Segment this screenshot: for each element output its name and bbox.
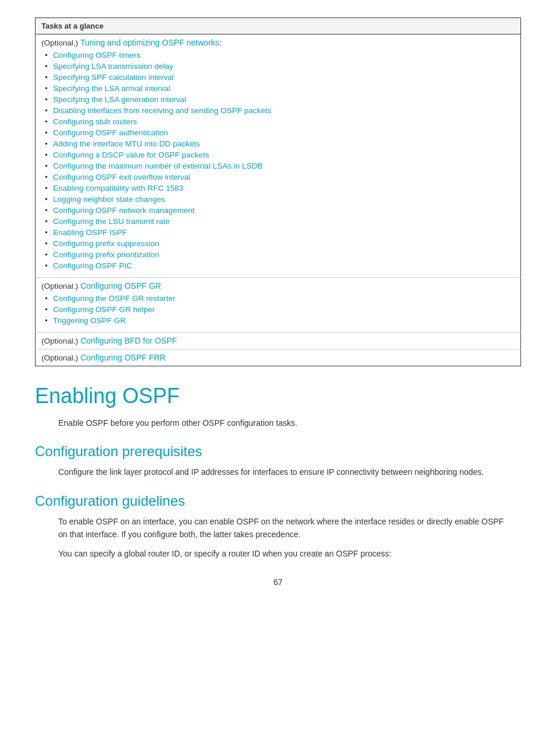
list-item: Specifying the LSA generation interval (41, 94, 515, 105)
config-prerequisites-title: Configuration prerequisites (35, 443, 521, 460)
optional-link-1[interactable]: Tuning and optimizing OSPF networks (80, 38, 219, 47)
task-link[interactable]: Configuring a DSCP value for OSPF packet… (53, 150, 209, 159)
list-item: Configuring the OSPF GR restarter (41, 293, 515, 304)
task-link[interactable]: Specifying the LSA arrival interval (53, 84, 170, 93)
tasks-table: Tasks at a glance (Optional.) Tuning and… (35, 18, 521, 366)
config-guidelines-title: Configuration guidelines (35, 493, 521, 509)
task-link[interactable]: Specifying the LSA generation interval (53, 95, 186, 104)
list-item: Configuring OSPF PIC (41, 260, 515, 271)
task-link[interactable]: Disabling interfaces from receiving and … (53, 106, 271, 115)
page-number: 67 (35, 578, 521, 587)
list-item: Specifying SPF calculation interval (41, 72, 515, 83)
task-list-2: Configuring the OSPF GR restarter Config… (41, 290, 515, 328)
list-item: Adding the interface MTU into DD packets (41, 138, 515, 149)
enabling-ospf-intro: Enable OSPF before you perform other OSP… (58, 416, 509, 429)
task-link[interactable]: Triggering OSPF GR (53, 316, 126, 325)
optional-link-4[interactable]: Configuring OSPF FRR (80, 353, 166, 362)
task-link[interactable]: Enabling compatibility with RFC 1583 (53, 184, 184, 192)
config-prerequisites-body: Configure the link layer protocol and IP… (58, 466, 509, 478)
task-link[interactable]: Specifying LSA transmission delay (53, 62, 173, 71)
task-link[interactable]: Specifying SPF calculation interval (53, 73, 174, 82)
list-item: Configuring OSPF exit overflow interval (41, 172, 515, 183)
list-item: Enabling OSPF ISPF (41, 227, 515, 238)
task-link[interactable]: Configuring the LSU transmit rate (53, 217, 170, 226)
task-link[interactable]: Configuring OSPF timers (53, 51, 140, 60)
task-link[interactable]: Configuring OSPF exit overflow interval (53, 173, 191, 181)
list-item: Configuring OSPF GR helper (41, 304, 515, 315)
config-guidelines-body2: You can specify a global router ID, or s… (58, 547, 509, 560)
task-link[interactable]: Configuring OSPF network management (53, 206, 195, 215)
task-link[interactable]: Configuring OSPF GR helper (53, 305, 155, 314)
optional-suffix-1: : (219, 38, 221, 47)
list-item: Configuring OSPF network management (41, 205, 515, 216)
list-item: Configuring the LSU transmit rate (41, 216, 515, 227)
task-link[interactable]: Configuring the maximum number of extern… (53, 162, 262, 170)
optional-prefix-3: (Optional.) (41, 337, 78, 345)
list-item: Disabling interfaces from receiving and … (41, 105, 515, 116)
task-link[interactable]: Configuring prefix suppression (53, 239, 159, 248)
config-guidelines-body1: To enable OSPF on an interface, you can … (58, 515, 509, 541)
optional-prefix-1: (Optional.) (41, 38, 78, 47)
list-item: Specifying the LSA arrival interval (41, 83, 515, 94)
table-row: (Optional.) Configuring OSPF GR Configur… (36, 278, 521, 332)
table-row: (Optional.) Configuring OSPF FRR (36, 349, 521, 366)
list-item: Logging neighbor state changes (41, 194, 515, 205)
list-item: Specifying LSA transmission delay (41, 61, 515, 72)
table-row: (Optional.) Tuning and optimizing OSPF n… (36, 34, 521, 278)
optional-intro-2: (Optional.) Configuring OSPF GR (41, 281, 515, 290)
task-link[interactable]: Configuring the OSPF GR restarter (53, 294, 175, 303)
list-item: Triggering OSPF GR (41, 315, 515, 326)
list-item: Configuring stub routers (41, 116, 515, 127)
tasks-header: Tasks at a glance (36, 18, 521, 34)
task-link[interactable]: Logging neighbor state changes (53, 195, 165, 204)
task-link[interactable]: Configuring prefix prioritization (53, 250, 159, 259)
optional-link-3[interactable]: Configuring BFD for OSPF (80, 336, 177, 345)
list-item: Configuring the maximum number of extern… (41, 160, 515, 172)
list-item: Configuring prefix prioritization (41, 249, 515, 260)
task-link[interactable]: Adding the interface MTU into DD packets (53, 139, 200, 148)
list-item: Configuring prefix suppression (41, 238, 515, 249)
list-item: Enabling compatibility with RFC 1583 (41, 183, 515, 194)
task-link[interactable]: Configuring OSPF authentication (53, 128, 168, 137)
optional-prefix-2: (Optional.) (41, 282, 78, 290)
task-list-1: Configuring OSPF timers Specifying LSA t… (41, 47, 515, 274)
list-item: Configuring OSPF authentication (41, 127, 515, 138)
list-item: Configuring a DSCP value for OSPF packet… (41, 149, 515, 160)
list-item: Configuring OSPF timers (41, 50, 515, 61)
table-row: (Optional.) Configuring BFD for OSPF (36, 332, 521, 349)
optional-prefix-4: (Optional.) (41, 354, 78, 362)
task-link[interactable]: Enabling OSPF ISPF (53, 228, 127, 237)
optional-intro: (Optional.) Tuning and optimizing OSPF n… (41, 38, 515, 47)
task-link[interactable]: Configuring stub routers (53, 117, 137, 126)
enabling-ospf-title: Enabling OSPF (35, 384, 521, 408)
task-link[interactable]: Configuring OSPF PIC (53, 261, 132, 270)
optional-link-2[interactable]: Configuring OSPF GR (80, 281, 161, 290)
